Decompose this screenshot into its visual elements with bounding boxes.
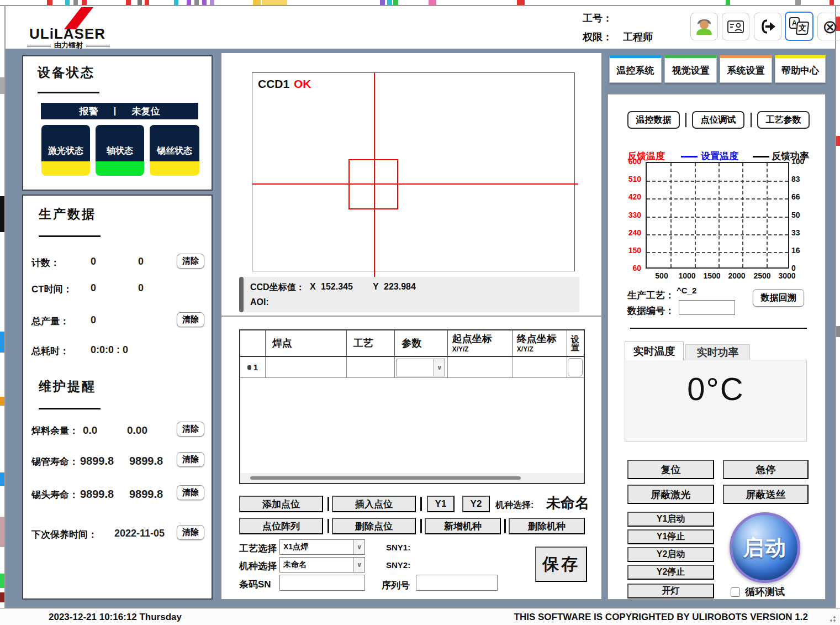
- estop-button[interactable]: 急停: [723, 460, 809, 479]
- alarm-status-left: 报警: [80, 105, 98, 118]
- model-select-dropdown[interactable]: 未命名 ∨: [279, 557, 365, 573]
- tab-realtime-temp[interactable]: 实时温度: [625, 342, 684, 360]
- realtime-temp-display: 0°C: [625, 360, 807, 442]
- translate-icon: A 文: [789, 17, 809, 36]
- data-backtrack-button[interactable]: 数据回溯: [753, 289, 804, 307]
- status-bar: 2023-12-21 10:16:12 Thursday THIS SOFTWA…: [0, 608, 840, 625]
- y-right-tick: 66: [791, 192, 813, 201]
- y2-button[interactable]: Y2: [462, 496, 490, 512]
- logout-button[interactable]: [754, 13, 781, 40]
- total-time-value: 0:0:0 : 0: [91, 344, 128, 356]
- count-value-1: 0: [91, 256, 96, 267]
- production-panel: 生产数据 计数： 0 0 清除 CT时间： 0 0 总产量： 0 清除 总耗时：…: [22, 195, 213, 600]
- y1-stop-button[interactable]: Y1停止: [627, 529, 714, 544]
- mask-laser-button[interactable]: 屏蔽激光: [627, 485, 714, 504]
- point-debug-button[interactable]: 点位调试: [692, 111, 744, 129]
- action-separator: [327, 497, 329, 511]
- reset-button[interactable]: 复位: [627, 460, 714, 479]
- employee-id-label: 工号：: [583, 12, 612, 25]
- ccd-crosshair-horizontal: [252, 183, 578, 185]
- row-set-button[interactable]: [568, 358, 583, 376]
- row-marker-icon: [247, 365, 251, 370]
- total-output-label: 总产量：: [31, 315, 69, 328]
- ccd-panel-divider: [221, 316, 603, 317]
- chevron-down-icon: ∨: [353, 540, 364, 554]
- maintenance-title: 维护提醒: [39, 378, 96, 395]
- table-scrollbar-thumb[interactable]: [250, 476, 521, 480]
- insert-point-button[interactable]: 插入点位: [332, 496, 416, 512]
- data-number-input[interactable]: [679, 300, 735, 315]
- y1-start-button[interactable]: Y1启动: [627, 512, 714, 527]
- translate-button[interactable]: A 文: [785, 12, 813, 41]
- col-header-start: 起点坐标 X/Y/Z: [448, 330, 513, 356]
- chevron-down-icon: ∨: [434, 359, 445, 376]
- ccd-info-bar: CCD坐标值： X 152.345 Y 223.984 AOI:: [239, 277, 579, 312]
- y2-start-button[interactable]: Y2启动: [627, 547, 714, 562]
- wire-status-label: 锡丝状态: [150, 125, 199, 161]
- process-select-dropdown[interactable]: X1点焊 ∨: [279, 539, 365, 555]
- ccd-aoi-label: AOI:: [250, 297, 269, 307]
- screen-artifacts-top: [0, 0, 840, 5]
- light-on-button[interactable]: 开灯: [627, 584, 714, 598]
- employee-card-icon: [726, 17, 745, 36]
- y-left-tick: 510: [612, 175, 641, 183]
- tab-system-settings[interactable]: 系统设置: [720, 55, 772, 83]
- tin-head-life-clear-button[interactable]: 清除: [177, 485, 204, 500]
- y2-stop-button[interactable]: Y2停止: [627, 565, 714, 580]
- realtime-temp-value: 0°C: [687, 370, 744, 441]
- tab-realtime-power[interactable]: 实时功率: [685, 344, 750, 361]
- ccd-viewport[interactable]: CCD1 OK: [252, 72, 575, 271]
- ct-time-label: CT时间：: [31, 283, 72, 296]
- close-button[interactable]: ⊗: [817, 13, 840, 40]
- row-end-cell[interactable]: [513, 357, 567, 377]
- point-array-button[interactable]: 点位阵列: [239, 518, 323, 534]
- delete-model-button[interactable]: 删除机种: [509, 518, 585, 534]
- axis-status-card: 轴状态: [96, 125, 144, 176]
- row-param-dropdown[interactable]: ∨: [397, 359, 445, 376]
- table-scrollbar-track[interactable]: [240, 473, 584, 483]
- next-maintain-label: 下次保养时间：: [31, 528, 97, 541]
- permission-label: 权限：: [583, 30, 612, 44]
- delete-point-button[interactable]: 删除点位: [332, 518, 416, 534]
- tab-help-center[interactable]: 帮助中心: [775, 55, 826, 83]
- sub-button-separator: [751, 113, 752, 127]
- row-start-cell[interactable]: [448, 357, 513, 377]
- col-header-end: 终点坐标 X/Y/Z: [513, 330, 567, 356]
- tab-vision-settings[interactable]: 视觉设置: [664, 55, 717, 83]
- x-tick: 1000: [675, 271, 699, 280]
- tin-tube-life-label: 锡管寿命：: [31, 455, 78, 468]
- y1-button[interactable]: Y1: [427, 496, 455, 512]
- legend-set-temp-swatch: [681, 156, 698, 157]
- tab-realtime-power-label: 实时功率: [697, 345, 739, 360]
- save-button[interactable]: 保存: [535, 547, 587, 582]
- col-header-end-axes: X/Y/Z: [517, 345, 567, 353]
- process-param-button[interactable]: 工艺参数: [757, 111, 810, 129]
- user-avatar-button[interactable]: [690, 13, 718, 40]
- ccd-y-label: Y: [373, 282, 379, 292]
- row-weld-cell[interactable]: [266, 357, 347, 377]
- add-model-button[interactable]: 新增机种: [425, 518, 501, 534]
- tab-temp-control[interactable]: 温控系统: [609, 55, 662, 83]
- points-table: 焊点 工艺 参数 起点坐标 X/Y/Z 终点坐标 X/Y/Z 设置: [239, 329, 585, 484]
- row-process-cell[interactable]: [347, 357, 395, 377]
- model-select-label: 机种选择:: [495, 500, 533, 511]
- start-button[interactable]: 启动: [730, 512, 800, 583]
- add-point-button[interactable]: 添加点位: [239, 496, 323, 512]
- barcode-sn-label: 条码SN: [239, 578, 271, 591]
- resize-grip[interactable]: [829, 615, 836, 622]
- y-left-tick: 150: [612, 246, 641, 255]
- solder-remain-clear-button[interactable]: 清除: [177, 422, 204, 437]
- barcode-sn-input[interactable]: [279, 575, 365, 591]
- tin-tube-life-clear-button[interactable]: 清除: [177, 452, 204, 467]
- total-output-clear-button[interactable]: 清除: [177, 312, 204, 327]
- count-clear-button[interactable]: 清除: [177, 254, 204, 269]
- table-row[interactable]: 1 ∨: [240, 357, 584, 378]
- next-maintain-clear-button[interactable]: 清除: [177, 525, 204, 540]
- temp-data-button[interactable]: 温控数据: [627, 111, 680, 129]
- employee-card-button[interactable]: [722, 13, 749, 40]
- serial-number-input[interactable]: [416, 575, 498, 591]
- loop-test-checkbox[interactable]: [731, 587, 740, 597]
- mask-wire-button[interactable]: 屏蔽送丝: [723, 485, 809, 504]
- ct-time-value-2: 0: [138, 282, 144, 294]
- ccd-x-value: 152.345: [321, 282, 353, 292]
